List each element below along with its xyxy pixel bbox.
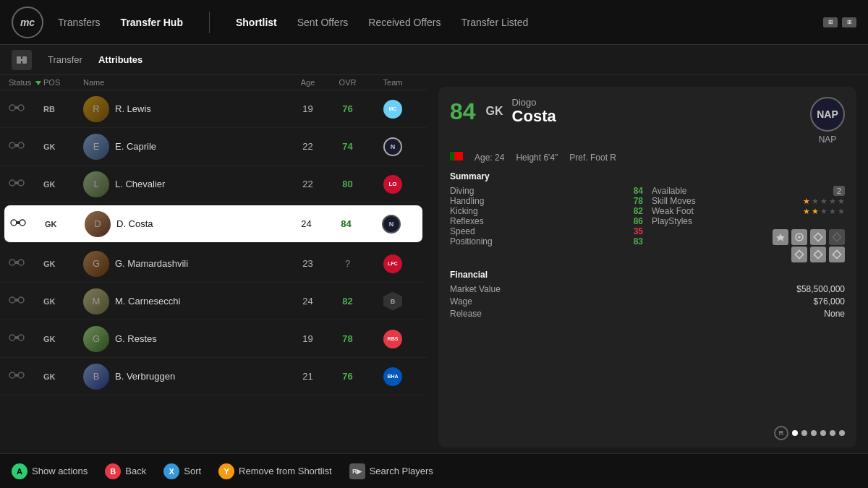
svg-rect-23: [14, 336, 19, 339]
age-verb: 21: [288, 371, 328, 382]
nav-transfer-listed[interactable]: Transfer Listed: [461, 17, 528, 28]
stat-diving: Diving 84: [450, 186, 643, 196]
weakfoot-stars: ★ ★ ★ ★ ★: [803, 207, 845, 216]
name-restes: G. Restes: [115, 333, 157, 344]
svg-point-16: [18, 260, 24, 265]
svg-point-10: [18, 180, 24, 186]
action-show[interactable]: A Show actions: [12, 463, 88, 479]
bino-icon: [9, 102, 43, 116]
svg-rect-11: [14, 181, 19, 184]
btn-y: Y: [218, 463, 234, 479]
detail-last-name: Costa: [512, 108, 556, 125]
action-remove[interactable]: Y Remove from Shortlist: [218, 463, 332, 479]
stats-section: Summary Diving 84 Handling 78 Kick: [450, 171, 845, 262]
nav-transfers[interactable]: Transfers: [58, 17, 101, 28]
action-back[interactable]: B Back: [105, 463, 146, 479]
detail-rating: 84: [450, 100, 476, 123]
player-row[interactable]: GK E E. Caprile 22 74 N: [0, 128, 427, 166]
nav-links: Transfers Transfer Hub Shortlist Sent Of…: [58, 12, 528, 33]
detail-club-name: NAP: [819, 134, 837, 145]
avatar-mamar: G: [83, 251, 109, 277]
player-row[interactable]: GK G G. Restes 19 78 RBS: [0, 320, 427, 358]
name-chevalier: L. Chevalier: [115, 179, 165, 189]
page-dot-1: [792, 430, 798, 436]
detail-name-block: Diogo Costa: [512, 97, 556, 125]
stat-kicking: Kicking 82: [450, 206, 643, 216]
player-row[interactable]: GK G G. Mamardashvili 23 ? LFC: [0, 245, 427, 283]
detail-club-badge: NAP: [810, 97, 845, 132]
svg-point-3: [9, 105, 15, 111]
age-caprile: 22: [288, 141, 328, 152]
stat-available: Available 2: [652, 186, 845, 196]
page-prev-btn[interactable]: R: [774, 426, 788, 440]
svg-rect-1: [22, 56, 27, 64]
nav-sent-offers[interactable]: Sent Offers: [297, 17, 349, 28]
btn-a: A: [12, 463, 27, 479]
ovr-carne: 82: [328, 296, 367, 307]
skill-stars: ★ ★ ★ ★ ★: [803, 197, 845, 206]
detail-height: Height 6'4": [516, 153, 558, 163]
nav-received-offers[interactable]: Received Offers: [368, 17, 441, 28]
action-sort[interactable]: X Sort: [163, 463, 201, 479]
team-chevalier: LO: [367, 175, 418, 194]
detail-sub-info: Age: 24 Height 6'4" Pref. Foot R: [450, 152, 845, 163]
svg-rect-8: [14, 144, 19, 147]
pagination: R: [774, 426, 845, 440]
player-row[interactable]: GK B B. Verbruggen 21 76 BHA: [0, 358, 427, 395]
pos-gk: GK: [43, 297, 83, 306]
fin-market: Market Value $58,500,000: [450, 284, 845, 294]
fin-release: Release None: [450, 309, 845, 319]
transfer-icon: [12, 50, 32, 70]
top-nav: mc Transfers Transfer Hub Shortlist Sent…: [0, 0, 868, 45]
team-verb: BHA: [367, 367, 418, 386]
player-row-selected[interactable]: GK D D. Costa 24 84 N: [4, 205, 422, 243]
stat-col-right: Available 2 Skill Moves ★ ★ ★ ★ ★: [652, 186, 845, 262]
svg-point-7: [18, 142, 24, 148]
svg-point-18: [9, 297, 15, 303]
ps-icon-4: [829, 229, 845, 245]
bino-icon-selected: [10, 217, 45, 231]
player-row[interactable]: GK M M. Carnesecchi 24 82 B: [0, 283, 427, 320]
name-lewis: R. Lewis: [115, 103, 151, 114]
action-search[interactable]: R▶ Search Players: [349, 463, 433, 479]
name-mamar: G. Mamardashvili: [115, 258, 188, 269]
page-dot-6: [839, 430, 845, 436]
svg-rect-17: [14, 261, 19, 264]
player-row[interactable]: RB R R. Lewis 19 76 MC: [0, 90, 427, 128]
player-row[interactable]: GK L L. Chevalier 22 80 LO: [0, 166, 427, 203]
avatar-restes: G: [83, 326, 109, 352]
bino-icon: [9, 257, 43, 271]
tab-transfer[interactable]: Transfer: [42, 51, 88, 68]
label-sort: Sort: [184, 466, 201, 476]
player-detail-panel: 84 GK Diogo Costa NAP NAP: [427, 75, 868, 453]
nav-shortlist[interactable]: Shortlist: [236, 17, 277, 28]
header-ovr: OVR: [328, 78, 367, 87]
svg-point-15: [9, 260, 15, 265]
team-lewis: MC: [367, 100, 418, 119]
stat-reflexes: Reflexes 86: [450, 216, 643, 226]
pos-gk: GK: [43, 372, 83, 381]
label-show-actions: Show actions: [32, 466, 88, 476]
avatar-carne: M: [83, 288, 109, 314]
bottom-bar: A Show actions B Back X Sort Y Remove fr…: [0, 453, 868, 488]
svg-point-25: [18, 372, 24, 378]
svg-rect-26: [14, 374, 19, 377]
avatar-caprile: E: [83, 134, 109, 160]
playstyle-icons: [773, 229, 845, 245]
detail-age: Age: 24: [475, 153, 504, 163]
name-caprile: E. Caprile: [115, 141, 156, 152]
page-dot-5: [830, 430, 835, 436]
stat-handling: Handling 78: [450, 196, 643, 206]
nav-transfer-hub[interactable]: Transfer Hub: [121, 17, 183, 28]
nav-divider: [209, 12, 210, 33]
svg-rect-0: [17, 56, 21, 64]
age-chevalier: 22: [288, 179, 328, 189]
svg-point-21: [9, 335, 15, 341]
page-dot-4: [820, 430, 826, 436]
nav-icon-1: ⊞: [823, 17, 838, 27]
pos-rb: RB: [43, 105, 83, 114]
age-costa: 24: [286, 218, 326, 229]
tab-attributes[interactable]: Attributes: [93, 51, 148, 68]
header-name: Name: [83, 78, 288, 87]
main-content: Status POS Name Age OVR Team RB R R. Lew…: [0, 75, 868, 453]
